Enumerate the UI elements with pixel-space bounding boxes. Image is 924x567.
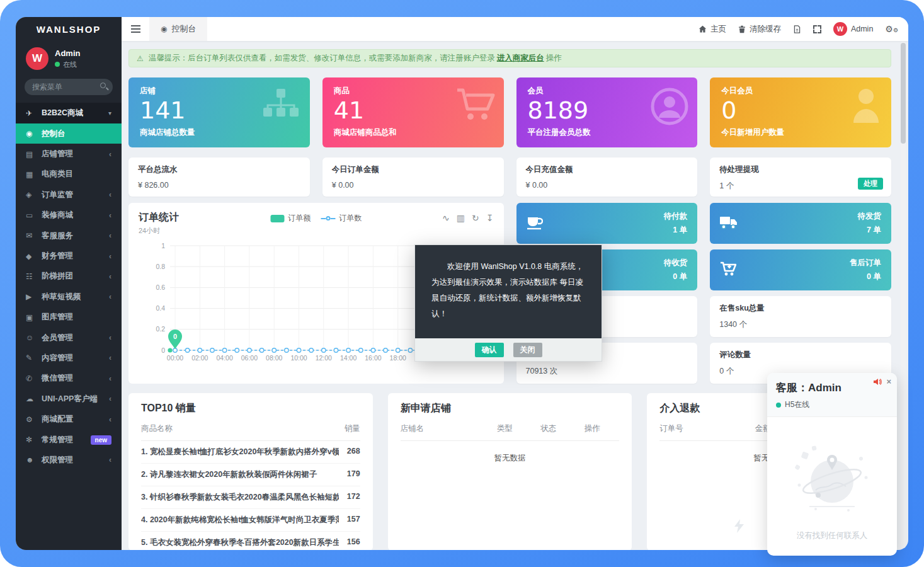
svg-text:10:00: 10:00 <box>290 354 307 362</box>
chat-icon: ✉ <box>26 231 37 240</box>
svg-text:0.4: 0.4 <box>156 304 165 312</box>
sidebar-item-orders[interactable]: ◈订单监管‹ <box>16 185 122 205</box>
chat-empty-text: 没有找到任何联系人 <box>767 530 897 541</box>
line-chart-icon[interactable]: ∿ <box>442 213 450 223</box>
sidebar-item-member[interactable]: ☺会员管理‹ <box>16 328 122 348</box>
svg-text:0.8: 0.8 <box>156 263 165 270</box>
mini-stat-3: 待处理提现1 个处理 <box>710 158 891 197</box>
order-card-0[interactable]: 待付款1 单 <box>516 203 698 244</box>
stat-card-2[interactable]: 会员 8189 平台注册会员总数 <box>516 77 698 147</box>
chart-subtitle: 24小时 <box>139 226 494 236</box>
sidebar-item-group[interactable]: ☷阶梯拼团‹ <box>16 266 122 287</box>
sidebar-user-block: W Admin 在线 <box>16 42 122 76</box>
welcome-modal: 欢迎使用 WanlShop V1.0.8 电商系统， 为达到最佳演示效果，演示站… <box>414 244 602 362</box>
sidebar-item-gallery[interactable]: ▣图库管理 <box>16 307 122 328</box>
quick-action-button[interactable] <box>724 511 755 541</box>
sitemap-icon <box>261 88 301 123</box>
chat-close-icon[interactable]: × <box>886 377 891 386</box>
svg-text:08:00: 08:00 <box>266 354 282 362</box>
fullscreen-icon <box>813 25 821 33</box>
cloud-icon: ☁ <box>26 394 37 403</box>
category-icon: ▦ <box>26 170 37 179</box>
topbar: ◉ 控制台 主页 清除缓存 W Admin ⚙⚙ <box>122 17 908 41</box>
brand-title: WANLSHOP <box>16 17 122 42</box>
report-button[interactable] <box>793 25 801 33</box>
content-icon: ✎ <box>26 353 37 362</box>
sidebar-item-video[interactable]: ▶种草短视频‹ <box>16 287 122 307</box>
sidebar-item-uniapp[interactable]: ☁UNI-APP客户端‹ <box>16 389 122 409</box>
lightning-icon <box>734 519 745 533</box>
dashboard-icon: ◉ <box>161 25 167 33</box>
merchant-backend-link[interactable]: 进入商家后台 <box>497 53 544 64</box>
svg-text:04:00: 04:00 <box>216 354 232 362</box>
sidebar-item-service[interactable]: ✉客服服务‹ <box>16 226 122 246</box>
settings-button[interactable]: ⚙⚙ <box>885 24 898 34</box>
close-button[interactable]: 关闭 <box>513 343 542 357</box>
stat-card-3[interactable]: 今日会员 0 今日新增用户数量 <box>710 77 891 147</box>
chevron-left-icon: ‹ <box>109 415 111 424</box>
legend-订单额[interactable]: 订单额 <box>270 213 311 224</box>
new-shops-empty: 暂无数据 <box>401 453 620 464</box>
refresh-icon[interactable]: ↻ <box>472 213 479 223</box>
stat-card-1[interactable]: 商品 41 商城店铺商品总和 <box>322 77 504 147</box>
chat-header: 客服：Admin H5在线 × <box>767 373 897 417</box>
legend-订单数[interactable]: 订单数 <box>321 213 362 224</box>
new-shops-col-3: 操作 <box>585 423 620 434</box>
sidebar-item-content[interactable]: ✎内容管理‹ <box>16 348 122 368</box>
download-icon[interactable]: ↧ <box>486 213 494 223</box>
home-button[interactable]: 主页 <box>699 24 726 35</box>
sidebar-item-wechat[interactable]: ✆微信管理‹ <box>16 369 122 389</box>
video-icon: ▶ <box>26 292 37 301</box>
scrollbar-thumb[interactable] <box>901 43 906 144</box>
clear-cache-button[interactable]: 清除缓存 <box>738 24 781 35</box>
sidebar-item-auth[interactable]: ☻权限管理‹ <box>16 450 122 470</box>
online-dot <box>55 62 60 67</box>
planet-illustration <box>790 441 874 515</box>
handle-withdraw-button[interactable]: 处理 <box>858 178 883 190</box>
svg-text:14:00: 14:00 <box>340 354 356 362</box>
svg-text:06:00: 06:00 <box>241 354 258 362</box>
confirm-button[interactable]: 确认 <box>475 343 504 357</box>
menu-toggle-button[interactable] <box>122 17 149 41</box>
chat-body: 没有找到任何联系人 <box>767 417 897 541</box>
svg-text:16:00: 16:00 <box>365 354 381 362</box>
chart-legend: 订单额订单数 <box>270 213 362 224</box>
coffee-icon <box>527 215 543 232</box>
order-card-1[interactable]: 待发货7 单 <box>710 203 891 244</box>
home-icon <box>699 25 707 33</box>
tab-console[interactable]: ◉ 控制台 <box>149 17 207 41</box>
fullscreen-button[interactable] <box>813 25 821 33</box>
user-name: Admin <box>55 49 80 58</box>
document-icon <box>793 25 801 33</box>
chevron-left-icon: ‹ <box>109 231 111 240</box>
member-icon: ☺ <box>26 333 37 342</box>
chevron-down-icon: ▾ <box>108 110 111 117</box>
sidebar-item-decorate[interactable]: ▭装修商城‹ <box>16 205 122 226</box>
mini-stats-row: 平台总流水¥ 826.00今日订单金额¥ 0.00今日充值金额¥ 0.00待处理… <box>128 158 891 197</box>
sound-icon[interactable] <box>873 378 882 386</box>
svg-text:18:00: 18:00 <box>390 354 406 362</box>
sidebar-item-category[interactable]: ▦电商类目 <box>16 164 122 185</box>
top10-row-2: 2. 诗凡黎连衣裙女2020年新款秋装假两件休闲裙子179 <box>141 464 360 486</box>
svg-text:0: 0 <box>161 346 165 354</box>
top10-col-sales: 销量 <box>339 423 360 434</box>
sidebar-item-finance[interactable]: ◆财务管理‹ <box>16 246 122 266</box>
sidebar-section-b2b2c[interactable]: ✈ B2B2C商城 ▾ <box>16 103 122 123</box>
chevron-left-icon: ‹ <box>109 394 111 403</box>
shop-icon: ▤ <box>26 150 37 159</box>
chevron-left-icon: ‹ <box>109 211 111 220</box>
cart-down-icon <box>720 261 736 279</box>
order-card-3[interactable]: 售后订单0 单 <box>710 249 891 290</box>
stat-card-0[interactable]: 店铺 141 商城店铺总数量 <box>128 77 310 147</box>
search-input[interactable] <box>25 79 113 95</box>
user-avatar[interactable]: W <box>26 47 48 70</box>
topbar-user[interactable]: W Admin <box>833 22 873 36</box>
gallery-icon: ▣ <box>26 313 37 322</box>
bar-chart-icon[interactable]: ▥ <box>457 213 465 223</box>
asterisk-icon: ✻ <box>26 435 37 444</box>
sidebar-item-console[interactable]: ◉控制台 <box>16 123 122 144</box>
sidebar-item-config[interactable]: ⚙商城配置‹ <box>16 409 122 429</box>
sidebar-item-general[interactable]: ✻常规管理new <box>16 430 122 450</box>
sidebar-item-shops[interactable]: ▤店铺管理‹ <box>16 144 122 164</box>
user-icon <box>850 88 882 125</box>
